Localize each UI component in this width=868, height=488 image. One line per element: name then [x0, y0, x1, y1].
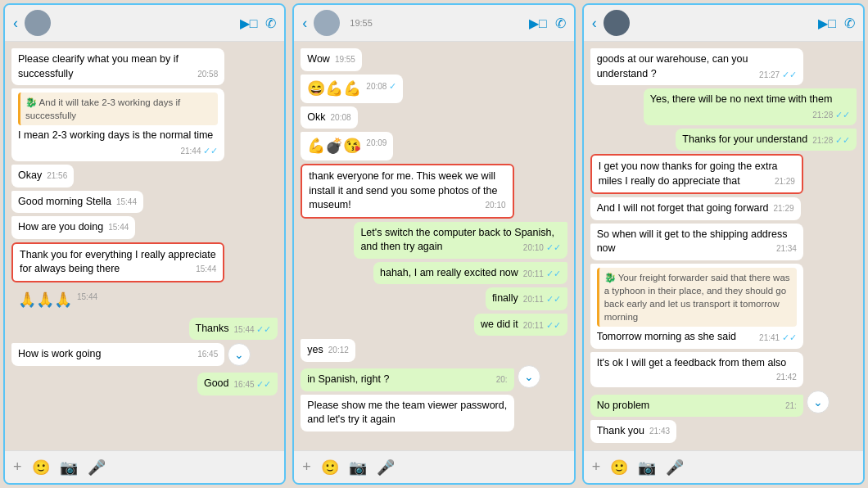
message-text: Thank you for everything I really apprec… [20, 249, 216, 275]
message-time: 15:44 [196, 264, 216, 275]
message-text: Thanks for your understand [682, 133, 807, 145]
plus-icon-2[interactable]: + [302, 459, 311, 476]
message-text: 😄💪💪 [307, 80, 361, 97]
message-text: we did it [481, 319, 518, 330]
list-item: Thanks 15:44 ✓✓ [189, 318, 278, 341]
scroll-down-button[interactable]: ⌄ [228, 343, 251, 366]
list-item: How is work going 16:45 [11, 343, 224, 366]
phone-icon[interactable]: ✆ [265, 16, 276, 31]
message-time: 21:41 ✓✓ [759, 332, 797, 344]
header-icons-2: ▶□ ✆ [529, 16, 566, 31]
back-button-3[interactable]: ‹ [592, 15, 597, 32]
quoted-message-3: 🐉 Your freight forwarder said that there… [597, 268, 797, 327]
list-item: How are you doing 15:44 [11, 216, 135, 239]
list-item: Wow 19:55 [301, 48, 362, 71]
message-text: How are you doing [18, 221, 103, 233]
mic-icon-2[interactable]: 🎤 [377, 459, 395, 477]
message-time: 21:29 [775, 176, 795, 188]
message-text: It's ok I will get a feedback from them … [597, 357, 787, 368]
message-time: 20:08 [331, 112, 351, 124]
header-2: ‹ 19:55 ▶□ ✆ [294, 5, 573, 42]
list-item: 🐉 Your freight forwarder said that there… [590, 264, 803, 349]
list-item: Please clearify what you mean by if succ… [11, 48, 224, 85]
phone-icon-2[interactable]: ✆ [555, 16, 566, 31]
message-time: 20:12 [328, 345, 349, 356]
plus-icon-3[interactable]: + [592, 459, 601, 476]
message-text: Tomorrow morning as she said [597, 331, 736, 342]
plus-icon[interactable]: + [13, 459, 22, 476]
video-icon-3[interactable]: ▶□ [818, 16, 836, 31]
message-time: 21:28 ✓✓ [812, 134, 850, 147]
list-item: Okk 20:08 [301, 106, 357, 129]
message-text: Okay [18, 169, 42, 181]
message-time: 16:45 [197, 349, 218, 360]
message-text: hahah, I am really excited now [380, 267, 518, 278]
list-item: 🙏🙏🙏 15:44 [11, 286, 104, 314]
message-time: 15:44 [116, 197, 137, 208]
message-time: 21:56 [47, 170, 67, 182]
emoji-icon-3[interactable]: 🙂 [610, 459, 628, 477]
list-item: 💪💣😘 20:09 [301, 132, 393, 160]
message-time: 21: [785, 400, 797, 412]
message-text: So when will it get to the shipping addr… [597, 228, 788, 255]
list-item: And I will not forget that going forward… [590, 197, 801, 220]
list-item: Thank you 21:43 [590, 420, 676, 443]
list-item: Good 16:45 ✓✓ [197, 373, 278, 395]
message-time: 20:58 [197, 69, 218, 80]
video-icon-2[interactable]: ▶□ [529, 16, 547, 31]
list-item: Good morning Stella 15:44 [11, 191, 143, 214]
message-time: 15:44 ✓✓ [234, 323, 272, 336]
message-text: 💪💣😘 [307, 138, 361, 154]
message-text: Okk [307, 111, 325, 123]
list-item: goods at our warehouse, can you understa… [590, 48, 803, 85]
message-text: No problem [597, 400, 650, 411]
avatar-3 [604, 10, 630, 36]
header-icons-1: ▶□ ✆ [240, 16, 277, 31]
message-text: Good morning Stella [18, 196, 111, 207]
camera-icon[interactable]: 📷 [60, 459, 78, 477]
emoji-icon-2[interactable]: 🙂 [321, 459, 339, 477]
message-time: 20: [496, 374, 508, 386]
highlighted-message-3: I get you now thanks for going the extra… [590, 154, 803, 194]
message-time: 21:29 [774, 203, 794, 215]
list-item: So when will it get to the shipping addr… [590, 224, 803, 260]
camera-icon-2[interactable]: 📷 [349, 459, 367, 477]
list-item: we did it 20:11 ✓✓ [474, 314, 567, 337]
message-time: 20:10 [486, 200, 506, 211]
list-item: in Spanish, right ? 20: [301, 368, 513, 391]
highlighted-message: Thank you for everything I really apprec… [11, 242, 224, 282]
message-time: 15:44 [77, 291, 97, 303]
message-text: Please clearify what you mean by if succ… [18, 53, 179, 79]
list-item: Let's switch the computer back to Spanis… [354, 222, 567, 259]
chat-body-3: goods at our warehouse, can you understa… [584, 42, 863, 450]
message-time: 21:42 [776, 372, 797, 383]
list-item: Okay 21:56 [11, 165, 74, 188]
message-text: I get you now thanks for going the extra… [599, 160, 778, 187]
list-item: Yes, there will be no next time with the… [644, 88, 857, 125]
back-button-2[interactable]: ‹ [302, 15, 307, 32]
chat-panel-3: ‹ ▶□ ✆ goods at our warehouse, can you u… [582, 3, 865, 485]
list-item: 🐉 And it will take 2-3 working days if s… [11, 88, 224, 161]
list-item: No problem 21: [590, 395, 803, 418]
video-icon[interactable]: ▶□ [240, 16, 258, 31]
message-time: 16:45 ✓✓ [234, 378, 272, 391]
phone-icon-3[interactable]: ✆ [844, 16, 855, 31]
message-time: 20:11 ✓✓ [523, 293, 561, 305]
scroll-down-button-3[interactable]: ⌄ [807, 391, 830, 413]
list-item: It's ok I will get a feedback from them … [590, 352, 803, 388]
message-text: in Spanish, right ? [307, 373, 389, 385]
camera-icon-3[interactable]: 📷 [638, 459, 656, 477]
message-time: 15:44 [108, 222, 129, 233]
scroll-down-button-2[interactable]: ⌄ [518, 365, 540, 388]
message-text: How is work going [18, 348, 101, 359]
message-time: 21:28 ✓✓ [812, 109, 850, 121]
back-button[interactable]: ‹ [13, 15, 18, 32]
mic-icon[interactable]: 🎤 [88, 459, 106, 477]
message-text: Good [204, 377, 229, 389]
message-text: And I will not forget that going forward [597, 202, 769, 214]
mic-icon-3[interactable]: 🎤 [666, 459, 684, 477]
message-text: finally [492, 292, 518, 304]
emoji-icon[interactable]: 🙂 [32, 459, 50, 477]
message-text: I mean 2-3 working days is the normal ti… [18, 129, 213, 141]
message-time: 20:11 ✓✓ [523, 268, 561, 280]
